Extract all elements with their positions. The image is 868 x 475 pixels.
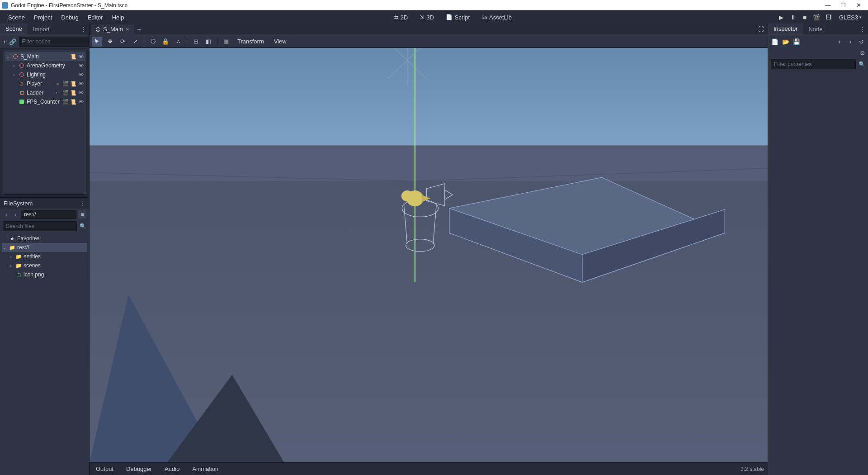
new-resource-icon[interactable]: 📄 <box>771 38 779 46</box>
fs-item[interactable]: ▢ icon.png <box>2 270 87 279</box>
scene-tab[interactable]: S_Main × <box>91 24 134 34</box>
bottom-tab-audio[interactable]: Audio <box>162 464 182 474</box>
new-scene-tab-button[interactable]: + <box>135 25 144 33</box>
expand-toggle[interactable]: › <box>8 254 14 259</box>
visibility-icon[interactable]: 👁 <box>78 62 84 69</box>
workspace-2d[interactable]: ⇆2D <box>390 13 412 22</box>
fs-split-toggle[interactable]: ≡ <box>78 210 86 218</box>
signal-icon[interactable]: ᯤ <box>55 90 61 96</box>
menu-project[interactable]: Project <box>29 12 57 23</box>
pause-button[interactable]: ⏸ <box>788 13 797 22</box>
tree-node[interactable]: ⊡ Ladder ᯤ🎬📜👁 <box>5 88 85 97</box>
filesystem-options-icon[interactable]: ⋮ <box>80 200 85 206</box>
workspace-assetlib[interactable]: 🛍AssetLib <box>478 13 515 22</box>
camera-preview-icon[interactable]: ▦ <box>221 37 231 47</box>
instance-scene-button[interactable]: 🔗 <box>9 38 16 46</box>
workspace-3d[interactable]: ⇲3D <box>416 13 438 22</box>
expand-toggle[interactable]: › <box>8 263 14 268</box>
scale-mode-button[interactable]: ⤢ <box>130 37 140 47</box>
3d-viewport[interactable]: Perspective <box>90 48 768 462</box>
local-transform-toggle[interactable]: ⎔ <box>148 37 158 47</box>
script-icon[interactable]: 📜 <box>70 53 76 60</box>
lock-icon[interactable]: 🔒 <box>160 37 170 47</box>
fs-path-box[interactable]: res:// <box>21 210 76 219</box>
tree-node[interactable]: FPS_Counter 🎬📜👁 <box>5 97 85 106</box>
tab-scene[interactable]: Scene <box>0 24 28 35</box>
history-forward-icon[interactable]: › <box>846 38 854 46</box>
menu-scene[interactable]: Scene <box>4 12 29 23</box>
tab-import[interactable]: Import <box>28 24 55 35</box>
script-icon[interactable]: 📜 <box>70 81 76 87</box>
spatial-icon <box>19 62 25 69</box>
open-scene-icon[interactable]: 🎬 <box>62 99 69 105</box>
filter-options-icon[interactable]: ⚙ <box>860 50 865 57</box>
tab-inspector[interactable]: Inspector <box>768 24 803 35</box>
inspector-dock-options-icon[interactable]: ⋮ <box>857 24 868 35</box>
tree-node-root[interactable]: ⌄ S_Main 📜👁 <box>5 52 85 61</box>
bottom-tab-output[interactable]: Output <box>93 464 116 474</box>
save-resource-icon[interactable]: 💾 <box>793 38 801 46</box>
visibility-icon[interactable]: 👁 <box>78 99 84 105</box>
tab-node[interactable]: Node <box>803 24 828 35</box>
transform-menu[interactable]: Transform <box>234 37 268 46</box>
maximize-button[interactable]: ☐ <box>835 0 851 10</box>
inspector-filter-input[interactable] <box>771 59 856 69</box>
tree-node[interactable]: › ArenaGeometry 👁 <box>5 61 85 70</box>
bottom-tab-debugger[interactable]: Debugger <box>123 464 155 474</box>
renderer-selector[interactable]: GLES3▾ <box>839 14 862 21</box>
expand-toggle[interactable]: › <box>11 63 17 68</box>
add-node-button[interactable]: + <box>3 38 6 46</box>
expand-toggle[interactable]: ⌄ <box>5 54 10 59</box>
group-icon[interactable]: ⛬ <box>173 37 183 47</box>
assetlib-icon: 🛍 <box>481 14 487 20</box>
stop-button[interactable]: ■ <box>800 13 809 22</box>
move-mode-button[interactable]: ✥ <box>105 37 115 47</box>
close-window-button[interactable]: ✕ <box>851 0 866 10</box>
play-custom-scene-button[interactable]: 🎞 <box>824 13 833 22</box>
history-icon[interactable]: ↺ <box>857 38 865 46</box>
open-scene-icon[interactable]: 🎬 <box>62 90 69 96</box>
fs-search-input[interactable] <box>3 221 77 231</box>
open-scene-icon[interactable]: 🎬 <box>62 81 69 87</box>
menu-help[interactable]: Help <box>108 12 129 23</box>
distraction-free-toggle[interactable]: ⛶ <box>756 24 766 34</box>
play-button[interactable]: ▶ <box>777 13 786 22</box>
scene-dock-options-icon[interactable]: ⋮ <box>78 24 89 35</box>
fs-item[interactable]: › 📁 entities <box>2 252 87 261</box>
visibility-icon[interactable]: 👁 <box>78 71 84 78</box>
visibility-icon[interactable]: 👁 <box>78 81 84 87</box>
search-icon[interactable]: 🔍 <box>80 223 86 229</box>
select-mode-button[interactable] <box>92 37 102 47</box>
view-menu[interactable]: View <box>270 37 290 46</box>
tree-node[interactable]: › Lighting 👁 <box>5 70 85 79</box>
visibility-icon[interactable]: 👁 <box>78 90 84 96</box>
visibility-icon[interactable]: 👁 <box>78 53 84 60</box>
close-tab-icon[interactable]: × <box>126 26 129 33</box>
fs-back-button[interactable]: ‹ <box>3 211 10 218</box>
expand-toggle[interactable]: ⌄ <box>2 245 7 250</box>
search-icon[interactable]: 🔍 <box>859 62 865 67</box>
scene-filter-input[interactable] <box>19 37 93 47</box>
history-back-icon[interactable]: ‹ <box>835 38 844 46</box>
scene-tree[interactable]: ⌄ S_Main 📜👁 › ArenaGeometry 👁 › Lighting… <box>3 50 86 195</box>
expand-toggle[interactable]: › <box>11 72 17 77</box>
fs-item[interactable]: › 📁 scenes <box>2 261 87 270</box>
fs-forward-button[interactable]: › <box>12 211 19 218</box>
script-icon[interactable]: 📜 <box>70 99 76 105</box>
object-snap-icon[interactable]: ◧ <box>203 37 213 47</box>
load-resource-icon[interactable]: 📂 <box>782 38 790 46</box>
fs-item[interactable]: ⌄ 📁 res:// <box>2 243 87 252</box>
fs-favorites[interactable]: ★ Favorites: <box>2 234 87 243</box>
tree-node[interactable]: ☺ Player ▫🎬📜👁 <box>5 79 85 88</box>
script-icon[interactable]: 📜 <box>70 90 76 96</box>
minimize-button[interactable]: — <box>820 0 835 10</box>
menu-debug[interactable]: Debug <box>57 12 83 23</box>
filesystem-tree[interactable]: ★ Favorites: ⌄ 📁 res:// › 📁 entities › 📁… <box>0 232 89 475</box>
play-scene-button[interactable]: 🎬 <box>812 13 821 22</box>
editable-children-icon[interactable]: ▫ <box>55 81 61 87</box>
rotate-mode-button[interactable]: ⟳ <box>118 37 127 47</box>
snap-toggle[interactable]: ⊞ <box>191 37 201 47</box>
menu-editor[interactable]: Editor <box>83 12 108 23</box>
workspace-script[interactable]: 📄Script <box>442 13 473 22</box>
bottom-tab-animation[interactable]: Animation <box>189 464 221 474</box>
